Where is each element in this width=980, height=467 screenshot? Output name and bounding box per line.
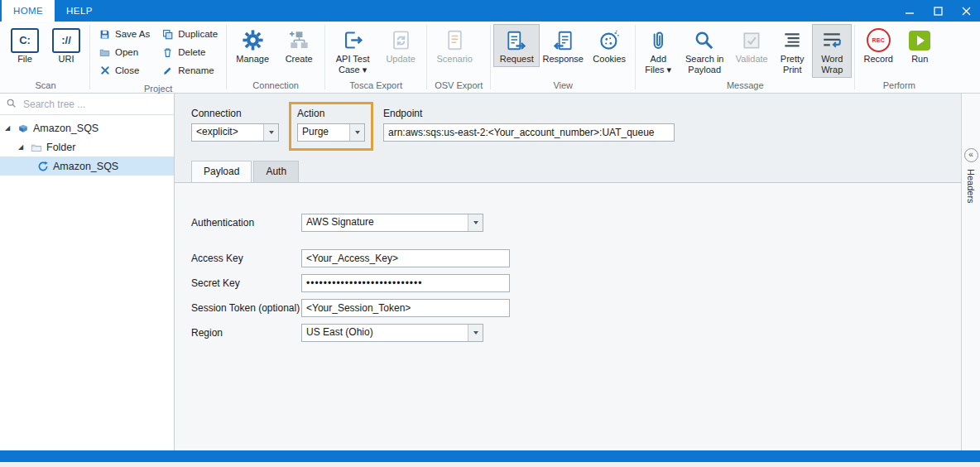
rename-button[interactable]: Rename [157,61,222,79]
close-project-button[interactable]: Close [94,61,154,79]
validate-checkbox-icon [741,26,762,54]
word-wrap-icon [821,26,843,54]
ribbon-group-project: Save As Open Close Duplicate Delete [90,22,226,93]
word-wrap-button[interactable]: Word Wrap [812,24,852,78]
tab-help[interactable]: HELP [55,0,104,22]
gear-icon [241,26,265,54]
action-select[interactable]: Purge [297,123,365,142]
expand-arrow-icon[interactable] [5,124,12,132]
tab-payload[interactable]: Payload [191,161,252,182]
tree-search-box [0,94,174,115]
close-button[interactable] [952,0,980,22]
create-connection-icon [288,26,310,54]
search-icon [6,97,17,112]
minimize-button[interactable] [896,0,924,22]
tree-item-folder[interactable]: Folder [0,137,174,156]
file-scan-icon: C: [11,28,39,53]
folder-icon [30,141,42,153]
ribbon-group-perform: REC Record Run Perform [855,22,943,93]
secret-key-input[interactable] [301,274,510,292]
ribbon-group-osv-export: Scenario OSV Export [427,22,490,93]
secret-key-label: Secret Key [191,277,301,289]
ribbon-group-label-view: View [493,79,632,93]
session-token-label: Session Token (optional) [191,302,301,314]
duplicate-button[interactable]: Duplicate [157,25,222,43]
api-test-case-export-icon [342,26,364,54]
delete-button[interactable]: Delete [157,43,222,61]
search-icon [694,26,715,54]
record-button[interactable]: REC Record [858,24,899,67]
pretty-print-button[interactable]: Pretty Print [772,24,812,78]
close-project-icon [98,65,111,77]
open-button[interactable]: Open [94,43,154,61]
authentication-label: Authentication [191,217,301,229]
tree-search-input[interactable] [22,98,168,111]
validate-button[interactable]: Validate [731,24,772,67]
open-folder-icon [98,46,111,59]
add-files-button[interactable]: Add Files ▾ [638,24,678,78]
tab-auth[interactable]: Auth [253,161,299,182]
connection-select[interactable]: <explicit> [191,123,279,142]
region-label: Region [191,327,301,339]
title-bar: HOME HELP [0,0,980,22]
dropdown-arrow-icon[interactable] [468,214,483,231]
manage-connection-button[interactable]: Manage [229,24,276,67]
dropdown-arrow-icon[interactable] [349,124,364,141]
connection-field: Connection <explicit> [191,108,279,142]
response-view-button[interactable]: Response [540,24,586,67]
authentication-select[interactable]: AWS Signature [301,214,483,232]
ribbon-group-label-message: Message [638,79,852,93]
maximize-button[interactable] [924,0,952,22]
session-token-input[interactable] [301,299,510,317]
bottom-strip [0,462,980,467]
file-scan-button[interactable]: C: File [4,24,46,67]
run-play-icon [908,26,931,54]
expand-arrow-icon[interactable] [18,143,26,151]
endpoint-input[interactable] [383,123,675,142]
tree-item-root[interactable]: Amazon_SQS [0,118,174,137]
project-tree: Amazon_SQS Folder Amazon_SQS [0,115,174,176]
tab-home[interactable]: HOME [2,0,55,22]
authentication-row: Authentication AWS Signature [191,214,961,232]
auth-panel: Authentication AWS Signature Access Key … [175,182,961,450]
request-view-button[interactable]: Request [493,24,540,67]
ribbon-group-label-connection: Connection [229,79,322,93]
access-key-label: Access Key [191,253,301,264]
collapse-chevron-icon[interactable] [964,148,978,162]
titlebar-spacer [104,0,896,22]
response-document-icon [551,26,574,54]
update-button[interactable]: Update [377,24,424,67]
save-as-button[interactable]: Save As [94,25,154,43]
access-key-input[interactable] [301,249,510,267]
run-button[interactable]: Run [899,24,940,67]
close-icon [962,7,971,16]
payload-auth-tabbar: Payload Auth [175,157,961,182]
ribbon-group-label-tosca-export: Tosca Export [328,79,424,93]
paperclip-icon [647,26,669,54]
api-test-case-button[interactable]: API Test Case ▾ [328,24,377,78]
uri-scan-icon: :// [52,28,80,53]
scenario-button[interactable]: Scenario [430,24,479,67]
dropdown-arrow-icon[interactable] [468,325,483,341]
cookie-icon [598,26,621,54]
cookies-view-button[interactable]: Cookies [586,24,632,67]
headers-side-tab[interactable]: Headers [966,169,976,204]
uri-scan-button[interactable]: :// URI [46,24,87,67]
region-row: Region US East (Ohio) [191,324,961,342]
request-header-form: Connection <explicit> Action Purge Endpo… [175,94,961,157]
refresh-node-icon [36,160,49,172]
maximize-icon [934,7,943,16]
action-label: Action [297,108,365,119]
rename-pencil-icon [161,65,174,77]
access-key-row: Access Key [191,249,961,267]
dropdown-arrow-icon[interactable] [263,124,278,141]
region-select[interactable]: US East (Ohio) [301,324,483,342]
delete-trash-icon [161,46,174,59]
connection-label: Connection [191,108,279,119]
status-bar [0,450,980,462]
tree-item-amazon-sqs[interactable]: Amazon_SQS [0,156,174,176]
minimize-icon [906,7,915,16]
create-connection-button[interactable]: Create [276,24,322,67]
ribbon: C: File :// URI Scan Save As Open [0,22,980,94]
search-in-payload-button[interactable]: Search in Payload [678,24,731,78]
